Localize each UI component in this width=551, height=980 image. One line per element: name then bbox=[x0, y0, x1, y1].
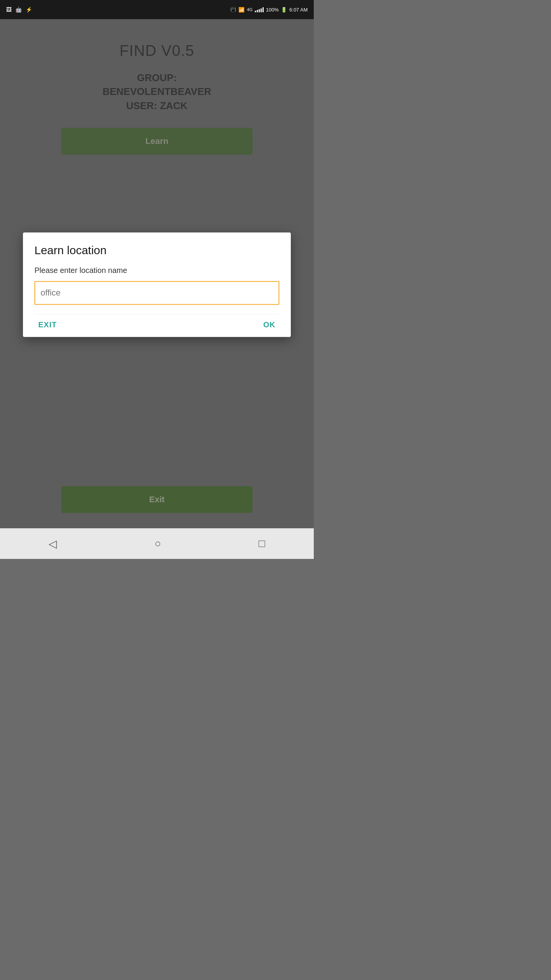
home-button[interactable]: ○ bbox=[155, 537, 161, 550]
dialog-message: Please enter location name bbox=[34, 266, 279, 275]
back-button[interactable]: ◁ bbox=[49, 537, 57, 550]
recents-button[interactable]: □ bbox=[259, 537, 265, 550]
dialog-ok-button[interactable]: OK bbox=[263, 320, 276, 329]
time: 6:07 AM bbox=[289, 7, 308, 13]
status-bar-left: 🖼 🤖 ⚡ bbox=[6, 7, 32, 13]
image-icon: 🖼 bbox=[6, 7, 11, 13]
battery-percentage: 100% bbox=[266, 7, 279, 13]
android-icon: 🤖 bbox=[15, 7, 22, 13]
nav-bar: ◁ ○ □ bbox=[0, 528, 314, 559]
network-icon: 4G bbox=[247, 7, 253, 12]
dialog-exit-button[interactable]: EXIT bbox=[38, 320, 57, 329]
dialog-title: Learn location bbox=[34, 244, 279, 257]
status-bar: 🖼 🤖 ⚡ 📳 📶 4G 100% 🔋 6:07 AM bbox=[0, 0, 314, 19]
signal-bars bbox=[255, 7, 264, 12]
status-bar-right: 📳 📶 4G 100% 🔋 6:07 AM bbox=[230, 7, 308, 13]
battery-icon: 🔋 bbox=[281, 7, 287, 13]
learn-location-dialog: Learn location Please enter location nam… bbox=[23, 232, 291, 337]
wifi-icon: 📶 bbox=[238, 7, 245, 13]
vibrate-icon: 📳 bbox=[230, 7, 236, 12]
dialog-buttons: EXIT OK bbox=[34, 314, 279, 329]
location-name-input[interactable] bbox=[34, 281, 279, 305]
usb-icon: ⚡ bbox=[26, 7, 32, 13]
